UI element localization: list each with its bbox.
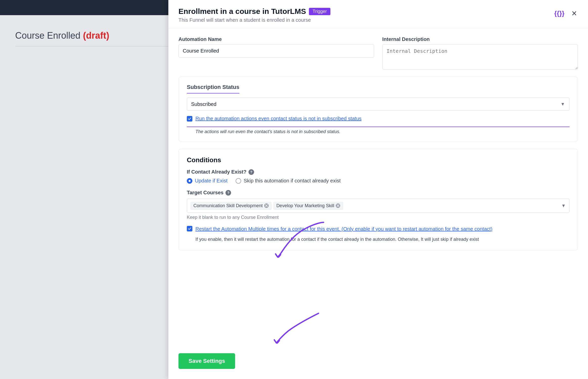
- code-icon-button[interactable]: {{}}: [553, 9, 565, 18]
- skip-automation-radio[interactable]: [236, 178, 241, 184]
- trigger-badge: Trigger: [309, 8, 330, 15]
- internal-description-label: Internal Description: [382, 36, 578, 42]
- modal-panel: Enrollment in a course in TutorLMS Trigg…: [168, 0, 588, 379]
- restart-automation-row: Restart the Automation Multiple times fo…: [187, 225, 570, 233]
- subscription-select[interactable]: Subscribed Unsubscribed Pending: [187, 98, 570, 111]
- automation-name-label: Automation Name: [178, 36, 374, 42]
- radio-options-row: Update if Exist Skip this automation if …: [187, 178, 570, 184]
- run-automation-description: The actions will run even the contact's …: [187, 129, 570, 134]
- subscription-status-title: Subscription Status: [187, 84, 570, 98]
- if-contact-label: If Contact Already Exist? ?: [187, 169, 570, 175]
- run-automation-section: Run the automation actions even contact …: [187, 116, 570, 134]
- close-icon: ×: [572, 8, 577, 19]
- modal-subtitle: This Funnel will start when a student is…: [178, 17, 553, 23]
- keep-blank-text: Keep it blank to run to any Course Enrol…: [187, 215, 570, 220]
- course-title-text: Course Enrolled: [15, 30, 80, 41]
- conditions-title: Conditions: [187, 156, 570, 164]
- modal-header-actions: {{}} ×: [553, 7, 578, 20]
- internal-description-textarea[interactable]: [382, 44, 578, 69]
- run-automation-label: Run the automation actions even contact …: [195, 116, 361, 122]
- subscription-status-card: Subscription Status Subscribed Unsubscri…: [178, 77, 578, 142]
- tag-marketing-remove[interactable]: [336, 203, 340, 208]
- skip-automation-option[interactable]: Skip this automation if contact already …: [236, 178, 341, 184]
- code-icon: {{}}: [554, 10, 564, 17]
- target-courses-label-row: Target Courses ?: [187, 190, 570, 196]
- tag-communication: Communication Skill Development: [191, 202, 272, 210]
- remove-icon-2: [337, 204, 339, 207]
- remove-icon: [265, 204, 268, 207]
- conditions-card: Conditions If Contact Already Exist? ? U…: [178, 149, 578, 250]
- save-settings-button[interactable]: Save Settings: [178, 353, 235, 369]
- modal-header-left: Enrollment in a course in TutorLMS Trigg…: [178, 7, 553, 23]
- save-section: Save Settings: [168, 348, 588, 379]
- tag-marketing-text: Develop Your Marketing Skill: [276, 203, 334, 208]
- internal-description-group: Internal Description: [382, 36, 578, 69]
- automation-name-group: Automation Name: [178, 36, 374, 69]
- run-automation-checkbox[interactable]: [187, 116, 192, 122]
- subscription-status-label: Subscription Status: [187, 84, 239, 93]
- update-if-exist-label: Update if Exist: [195, 178, 228, 184]
- skip-automation-label: Skip this automation if contact already …: [244, 178, 341, 184]
- tag-communication-remove[interactable]: [264, 203, 269, 208]
- automation-name-input[interactable]: [178, 44, 374, 58]
- draft-badge: (draft): [83, 30, 109, 41]
- close-button[interactable]: ×: [571, 7, 578, 20]
- target-courses-tags-container[interactable]: Communication Skill Development Develop …: [187, 199, 570, 213]
- tag-marketing: Develop Your Marketing Skill: [274, 202, 343, 210]
- modal-title-row: Enrollment in a course in TutorLMS Trigg…: [178, 7, 553, 16]
- modal-header: Enrollment in a course in TutorLMS Trigg…: [168, 0, 588, 28]
- name-description-row: Automation Name Internal Description: [178, 36, 578, 69]
- tag-communication-text: Communication Skill Development: [193, 203, 263, 208]
- restart-automation-checkbox[interactable]: [187, 226, 192, 231]
- target-courses-info-icon[interactable]: ?: [225, 190, 231, 196]
- modal-body: Automation Name Internal Description Sub…: [168, 28, 588, 348]
- arrow-decoration-1: [273, 217, 329, 258]
- modal-title: Enrollment in a course in TutorLMS: [178, 7, 306, 16]
- update-if-exist-radio[interactable]: [187, 178, 192, 184]
- update-if-exist-option[interactable]: Update if Exist: [187, 178, 228, 184]
- restart-automation-desc: If you enable, then it will restart the …: [187, 236, 570, 243]
- arrow-decoration-2: [273, 308, 324, 344]
- if-contact-info-icon[interactable]: ?: [248, 169, 254, 175]
- checkmark-icon: [188, 117, 191, 121]
- subscription-select-wrapper: Subscribed Unsubscribed Pending ▼: [187, 98, 570, 111]
- tags-dropdown-arrow: ▼: [561, 203, 566, 208]
- run-automation-checkbox-row[interactable]: Run the automation actions even contact …: [187, 116, 570, 122]
- restart-checkmark-icon: [188, 227, 191, 230]
- underline-divider: [187, 127, 570, 127]
- restart-automation-label: Restart the Automation Multiple times fo…: [195, 225, 492, 233]
